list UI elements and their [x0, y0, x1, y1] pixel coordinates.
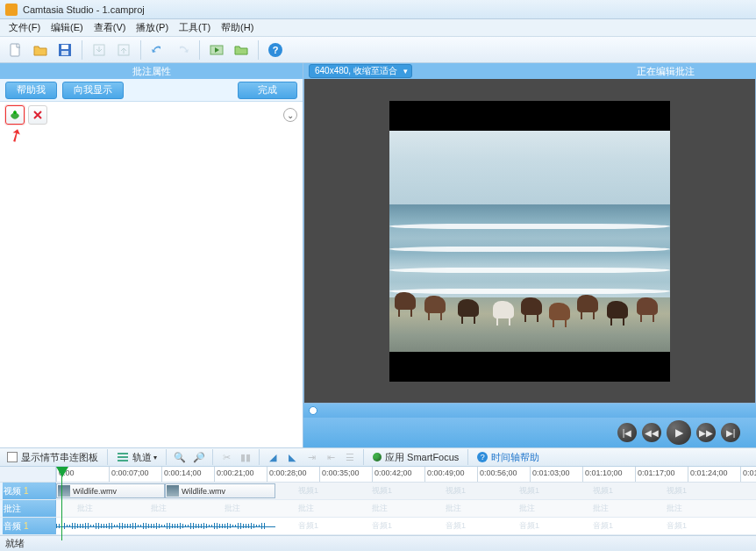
ghost-label: 音频1	[446, 520, 466, 532]
new-button[interactable]	[5, 39, 26, 61]
help-me-button[interactable]: 帮助我	[5, 82, 57, 99]
ghost-label: 视频1	[593, 485, 613, 497]
ruler-tick: 0:00:42;00	[372, 467, 424, 482]
audio-track-body[interactable]: 音频1 音频1 音频1 音频1 音频1 音频1	[56, 518, 756, 534]
next-frame-button[interactable]: ▶▶	[696, 423, 716, 442]
smartfocus-button[interactable]: 应用 SmartFocus	[369, 451, 462, 464]
audio-waveform	[56, 519, 275, 533]
tool-a-button[interactable]: ⇥	[303, 449, 319, 465]
ghost-label: 批注	[372, 503, 388, 514]
ruler-tick: 0:00:07;00	[109, 467, 161, 482]
menubar: 文件(F) 编辑(E) 查看(V) 播放(P) 工具(T) 帮助(H)	[0, 19, 756, 37]
annotation-track: 批注 批注 批注 批注 批注 批注 批注 批注 批注 批注	[0, 500, 756, 518]
annotation-track-head[interactable]: 批注	[0, 500, 56, 517]
video-track-body[interactable]: Wildlife.wmv Wildlife.wmv 视频1 视频1 视频1 视频…	[56, 483, 756, 499]
audio-track-head[interactable]: 音频 1	[0, 518, 56, 534]
import-button[interactable]	[89, 39, 110, 61]
toolbar-separator	[258, 40, 259, 60]
show-me-button[interactable]: 向我显示	[62, 82, 124, 99]
expand-options-button[interactable]: ⌄	[283, 108, 297, 122]
last-frame-button[interactable]: ▶|	[721, 423, 740, 442]
share-button[interactable]	[231, 39, 252, 61]
show-storyboard-toggle[interactable]: 显示情节串连图板	[4, 451, 102, 464]
scrub-bar[interactable]	[303, 404, 756, 418]
ruler-tick: 0:01:03;00	[530, 467, 582, 482]
video-clip[interactable]: Wildlife.wmv	[165, 483, 275, 498]
menu-tools[interactable]: 工具(T)	[174, 19, 216, 36]
time-ruler[interactable]: 0:000:00:07;000:00:14;000:00:21;000:00:2…	[0, 467, 756, 483]
play-button[interactable]: ▶	[667, 420, 691, 445]
svg-rect-9	[118, 453, 128, 454]
ruler-tick: 0:01:24;00	[688, 467, 740, 482]
annotation-track-body[interactable]: 批注 批注 批注 批注 批注 批注 批注 批注 批注	[56, 500, 756, 517]
produce-button[interactable]	[206, 39, 227, 61]
tracks-dropdown[interactable]: 轨道 ▾	[113, 451, 160, 464]
toolbar-separator	[199, 40, 200, 60]
video-track-number: 1	[24, 486, 29, 496]
ghost-label: 批注	[667, 503, 682, 514]
window-title: Camtasia Studio - 1.camproj	[23, 4, 145, 15]
ghost-label: 音频1	[667, 520, 687, 532]
cut-button[interactable]: ✂	[218, 449, 234, 465]
ghost-label: 音频1	[298, 520, 318, 532]
ghost-label: 批注	[151, 503, 167, 514]
toolbar-separator	[259, 449, 260, 465]
timeline-help-button[interactable]: ? 时间轴帮助	[474, 451, 543, 464]
menu-edit[interactable]: 编辑(E)	[46, 19, 89, 36]
first-frame-button[interactable]: |◀	[617, 423, 637, 442]
timeline-toolbar: 显示情节串连图板 轨道 ▾ 🔍 🔎 ✂ ▮▮ ◢ ◣ ⇥ ⇤ ☰ 应用 Smar…	[0, 447, 756, 467]
video-track-head[interactable]: 视频 1	[0, 483, 56, 499]
preview-canvas[interactable]	[303, 79, 756, 404]
export-button[interactable]	[113, 39, 134, 61]
ruler-tick: 0:01:17;00	[635, 467, 688, 482]
chevron-down-icon: ▾	[153, 454, 157, 461]
tool-c-button[interactable]: ☰	[342, 449, 358, 465]
undo-button[interactable]	[147, 39, 168, 61]
add-annotation-button[interactable]	[5, 105, 25, 125]
zoom-selector[interactable]: 640x480, 收缩至适合	[309, 64, 412, 78]
ruler-tick: 0:01:10;00	[582, 467, 635, 482]
playhead-line	[61, 467, 62, 540]
video-frame	[389, 101, 670, 382]
ghost-label: 视频1	[667, 485, 687, 497]
fade-out-button[interactable]: ◣	[284, 449, 300, 465]
ghost-label: 视频1	[519, 485, 539, 497]
open-button[interactable]	[30, 39, 51, 61]
menu-help[interactable]: 帮助(H)	[216, 19, 259, 36]
video-track-label: 视频	[4, 485, 21, 497]
svg-rect-11	[118, 460, 128, 461]
clip-label: Wildlife.wmv	[182, 487, 225, 496]
clip-thumbnail	[58, 485, 70, 497]
zoom-out-button[interactable]: 🔎	[191, 449, 207, 465]
ghost-label: 视频1	[298, 485, 318, 497]
letterbox-bottom	[389, 352, 670, 382]
video-beach	[389, 297, 670, 352]
menu-file[interactable]: 文件(F)	[4, 19, 46, 36]
status-text: 就绪	[5, 537, 25, 550]
ghost-label: 批注	[298, 503, 314, 514]
toolbar-separator	[212, 449, 213, 465]
prev-frame-button[interactable]: ◀◀	[642, 423, 661, 442]
smartfocus-label: 应用 SmartFocus	[385, 451, 459, 464]
fade-in-button[interactable]: ◢	[265, 449, 281, 465]
ghost-label: 批注	[593, 503, 609, 514]
editing-mode-label: 正在编辑批注	[637, 65, 756, 78]
app-icon	[5, 4, 18, 16]
video-clip[interactable]: Wildlife.wmv	[56, 483, 165, 498]
zoom-in-button[interactable]: 🔍	[172, 449, 188, 465]
audio-track: 音频 1 音频1 音频1 音频1 音频1 音频1 音频1	[0, 518, 756, 535]
ruler-tick: 0:00:49;00	[424, 467, 477, 482]
toolbar-separator	[363, 449, 364, 465]
split-button[interactable]: ▮▮	[238, 449, 253, 465]
help-button[interactable]: ?	[265, 39, 286, 61]
done-button[interactable]: 完成	[238, 82, 297, 99]
menu-play[interactable]: 播放(P)	[131, 19, 174, 36]
playhead-marker[interactable]	[56, 467, 68, 477]
audio-track-number: 1	[24, 521, 29, 531]
scrub-handle[interactable]	[309, 406, 317, 415]
menu-view[interactable]: 查看(V)	[89, 19, 132, 36]
tool-b-button[interactable]: ⇤	[323, 449, 339, 465]
remove-annotation-button[interactable]	[28, 105, 47, 125]
redo-button[interactable]	[172, 39, 193, 61]
save-button[interactable]	[54, 39, 75, 61]
